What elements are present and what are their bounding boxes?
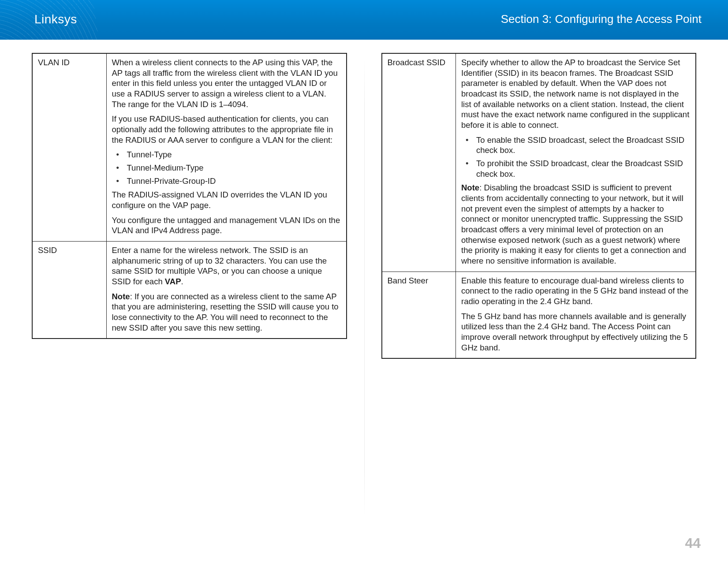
list-item: Tunnel-Private-Group-ID [112,176,341,186]
note-paragraph: Note: Disabling the broadcast SSID is su… [461,182,690,266]
definition-table: Broadcast SSIDSpecify whether to allow t… [381,53,697,359]
term-cell: Band Steer [382,272,456,358]
description-cell: Specify whether to allow the AP to broad… [456,53,696,272]
brand-name: Linksys [34,12,77,26]
list-item: To prohibit the SSID broadcast, clear th… [461,158,690,179]
description-cell: Enable this feature to encourage dual-ba… [456,272,696,358]
table-row: SSIDEnter a name for the wireless networ… [32,242,347,339]
bold-term: VAP [165,277,181,286]
paragraph: The 5 GHz band has more channels availab… [461,311,690,353]
paragraph: Enable this feature to encourage dual-ba… [461,275,690,307]
section-title: Section 3: Configuring the Access Point [501,12,702,26]
term-cell: VLAN ID [32,53,106,242]
note-label: Note [112,292,130,301]
page-number: 44 [685,535,701,551]
list-item: Tunnel-Type [112,149,341,160]
note-label: Note [461,183,479,192]
column-divider [364,57,365,518]
page-header: Linksys Section 3: Configuring the Acces… [0,0,728,40]
description-cell: Enter a name for the wireless network. T… [106,242,347,339]
paragraph: Specify whether to allow the AP to broad… [461,57,690,130]
paragraph: You configure the untagged and managemen… [112,215,341,236]
right-column: Broadcast SSIDSpecify whether to allow t… [381,53,697,359]
term-cell: Broadcast SSID [382,53,456,272]
description-cell: When a wireless client connects to the A… [106,53,347,242]
table-row: Broadcast SSIDSpecify whether to allow t… [382,53,696,272]
term-cell: SSID [32,242,106,339]
paragraph: If you use RADIUS-based authentication f… [112,114,341,145]
paragraph: Enter a name for the wireless network. T… [112,245,341,287]
bullet-list: Tunnel-TypeTunnel-Medium-TypeTunnel-Priv… [112,149,341,186]
left-column: VLAN IDWhen a wireless client connects t… [32,53,347,359]
list-item: To enable the SSID broadcast, select the… [461,135,690,156]
paragraph: The RADIUS-assigned VLAN ID overrides th… [112,190,341,210]
paragraph: When a wireless client connects to the A… [112,57,341,109]
table-row: VLAN IDWhen a wireless client connects t… [32,53,347,242]
note-paragraph: Note: If you are connected as a wireless… [112,291,341,333]
bullet-list: To enable the SSID broadcast, select the… [461,135,690,179]
definition-table: VLAN IDWhen a wireless client connects t… [32,53,347,339]
list-item: Tunnel-Medium-Type [112,163,341,173]
table-row: Band SteerEnable this feature to encoura… [382,272,696,358]
